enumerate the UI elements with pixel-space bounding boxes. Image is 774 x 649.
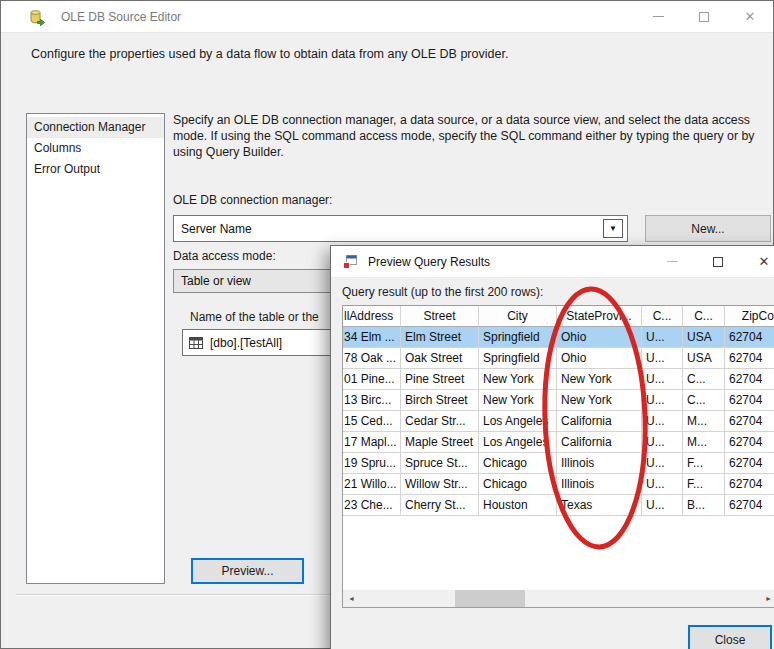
table-cell: 62704 <box>725 348 774 369</box>
table-row[interactable]: 23 Che...Cherry St...HoustonTexasU...B..… <box>343 495 774 516</box>
table-cell: U... <box>642 432 683 453</box>
table-cell: New York <box>557 390 642 411</box>
table-cell: M... <box>683 411 725 432</box>
column-header[interactable]: llAddress <box>343 306 401 327</box>
table-cell: Chicago <box>479 453 557 474</box>
minimize-button[interactable] <box>649 246 695 277</box>
connection-manager-combobox[interactable]: Server Name ▼ <box>173 215 628 242</box>
screen: OLE DB Source Editor ✕ Configure the pro… <box>0 0 774 649</box>
table-row[interactable]: 01 Pine...Pine StreetNew YorkNew YorkU..… <box>343 369 774 390</box>
scrollbar-track[interactable] <box>360 590 760 607</box>
sidebar-item-columns[interactable]: Columns <box>27 138 164 159</box>
table-cell: U... <box>642 390 683 411</box>
table-cell: Houston <box>479 495 557 516</box>
new-connection-button[interactable]: New... <box>645 215 771 242</box>
table-cell: 19 Spru... <box>343 453 401 474</box>
column-header[interactable]: C... <box>642 306 683 327</box>
table-row[interactable]: 19 Spru...Spruce St...ChicagoIllinoisU..… <box>343 453 774 474</box>
column-header[interactable]: StateProvi... <box>557 306 642 327</box>
table-cell: Cedar Str... <box>401 411 479 432</box>
table-cell: Los Angeles <box>479 432 557 453</box>
table-cell: U... <box>642 495 683 516</box>
close-icon: ✕ <box>759 255 770 268</box>
table-cell: 62704 <box>725 453 774 474</box>
table-cell: 62704 <box>725 432 774 453</box>
table-cell: Willow Str... <box>401 474 479 495</box>
close-button[interactable]: Close <box>688 625 772 649</box>
table-cell: 17 Mapl... <box>343 432 401 453</box>
table-cell: Chicago <box>479 474 557 495</box>
table-cell: 01 Pine... <box>343 369 401 390</box>
column-header[interactable]: ZipCode <box>725 306 774 327</box>
table-cell: 62704 <box>725 390 774 411</box>
table-icon <box>189 337 203 349</box>
table-cell: Illinois <box>557 474 642 495</box>
table-name-label: Name of the table or the <box>190 310 319 324</box>
table-cell: Oak Street <box>401 348 479 369</box>
table-cell: New York <box>557 369 642 390</box>
horizontal-scrollbar[interactable]: ◄ ► <box>343 590 774 607</box>
table-cell: 62704 <box>725 327 774 348</box>
preview-titlebar[interactable]: Preview Query Results ✕ <box>331 246 774 278</box>
table-cell: U... <box>642 474 683 495</box>
minimize-button[interactable] <box>635 1 681 32</box>
instructions-text: Specify an OLE DB connection manager, a … <box>173 112 773 160</box>
table-cell: U... <box>642 411 683 432</box>
close-window-button[interactable]: ✕ <box>741 246 774 277</box>
table-cell: 15 Ced... <box>343 411 401 432</box>
column-header[interactable]: City <box>479 306 557 327</box>
table-cell: 62704 <box>725 369 774 390</box>
table-cell: F... <box>683 474 725 495</box>
maximize-button[interactable] <box>681 1 727 32</box>
table-cell: 62704 <box>725 411 774 432</box>
table-cell: 21 Willo... <box>343 474 401 495</box>
table-cell: Ohio <box>557 348 642 369</box>
table-row[interactable]: 13 Birc...Birch StreetNew YorkNew YorkU.… <box>343 390 774 411</box>
scroll-left-icon[interactable]: ◄ <box>343 590 360 607</box>
preview-button[interactable]: Preview... <box>191 558 304 584</box>
pages-listbox[interactable]: Connection ManagerColumnsError Output <box>26 113 165 584</box>
table-row[interactable]: 78 Oak ...Oak StreetSpringfieldOhioU...U… <box>343 348 774 369</box>
chevron-down-icon[interactable]: ▼ <box>603 219 623 238</box>
table-cell: Springfield <box>479 348 557 369</box>
table-cell: Birch Street <box>401 390 479 411</box>
table-row[interactable]: 34 Elm ...Elm StreetSpringfieldOhioU...U… <box>343 327 774 348</box>
table-cell: Texas <box>557 495 642 516</box>
minimize-icon <box>653 16 664 17</box>
minimize-icon <box>667 261 678 262</box>
scrollbar-thumb[interactable] <box>455 590 525 607</box>
table-cell: Maple Street <box>401 432 479 453</box>
data-access-mode-value: Table or view <box>174 274 251 288</box>
table-cell: Ohio <box>557 327 642 348</box>
window-title: OLE DB Source Editor <box>61 10 181 24</box>
table-row[interactable]: 15 Ced...Cedar Str...Los AngelesCaliforn… <box>343 411 774 432</box>
column-header[interactable]: C... <box>683 306 725 327</box>
table-row[interactable]: 21 Willo...Willow Str...ChicagoIllinoisU… <box>343 474 774 495</box>
sidebar-item-error-output[interactable]: Error Output <box>27 159 164 180</box>
table-cell: U... <box>642 369 683 390</box>
table-cell: Spruce St... <box>401 453 479 474</box>
preview-query-results-dialog: Preview Query Results ✕ Query result (up… <box>330 245 774 649</box>
window-title: Preview Query Results <box>368 255 490 269</box>
data-access-mode-label: Data access mode: <box>173 249 276 263</box>
close-icon: ✕ <box>745 10 756 23</box>
table-cell: Pine Street <box>401 369 479 390</box>
table-cell: U... <box>642 327 683 348</box>
table-cell: USA <box>683 327 725 348</box>
table-cell: Los Angeles <box>479 411 557 432</box>
connection-manager-label: OLE DB connection manager: <box>173 193 332 207</box>
sidebar-item-connection-manager[interactable]: Connection Manager <box>27 117 164 138</box>
table-cell: Illinois <box>557 453 642 474</box>
table-cell: New York <box>479 390 557 411</box>
maximize-icon <box>699 12 709 22</box>
maximize-button[interactable] <box>695 246 741 277</box>
grid-header-row: llAddressStreetCityStateProvi...C...C...… <box>343 306 774 327</box>
main-titlebar[interactable]: OLE DB Source Editor ✕ <box>1 1 773 33</box>
table-row[interactable]: 17 Mapl...Maple StreetLos AngelesCalifor… <box>343 432 774 453</box>
table-cell: Springfield <box>479 327 557 348</box>
table-cell: New York <box>479 369 557 390</box>
scroll-right-icon[interactable]: ► <box>760 590 774 607</box>
column-header[interactable]: Street <box>401 306 479 327</box>
table-cell: 23 Che... <box>343 495 401 516</box>
close-window-button[interactable]: ✕ <box>727 1 773 32</box>
